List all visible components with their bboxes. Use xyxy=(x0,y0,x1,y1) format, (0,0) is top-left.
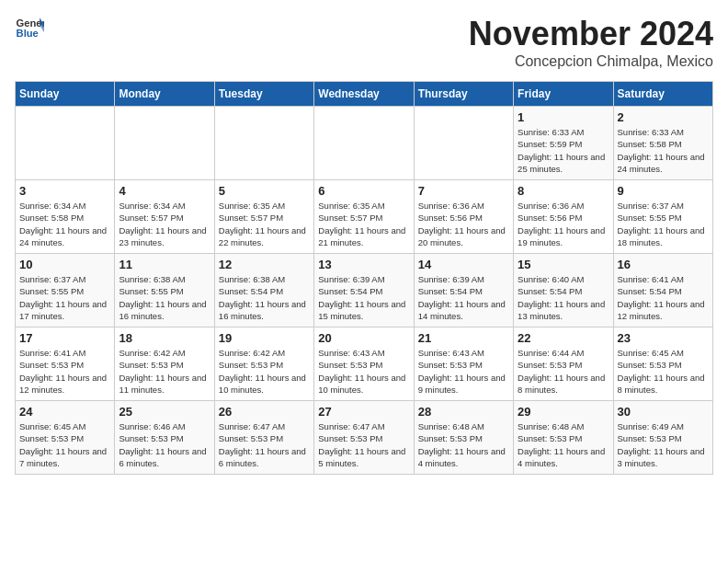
day-info: Sunrise: 6:41 AM Sunset: 5:53 PM Dayligh… xyxy=(19,347,110,396)
calendar-header-row: SundayMondayTuesdayWednesdayThursdayFrid… xyxy=(16,82,713,107)
day-number: 29 xyxy=(518,405,609,419)
calendar-cell xyxy=(16,107,115,180)
calendar-cell: 10Sunrise: 6:37 AM Sunset: 5:55 PM Dayli… xyxy=(16,254,115,327)
day-number: 2 xyxy=(618,110,709,124)
title-area: November 2024 Concepcion Chimalpa, Mexic… xyxy=(469,15,713,70)
day-info: Sunrise: 6:35 AM Sunset: 5:57 PM Dayligh… xyxy=(219,200,310,248)
day-number: 15 xyxy=(518,258,609,271)
day-number: 25 xyxy=(119,405,210,419)
day-number: 24 xyxy=(19,405,110,419)
calendar-cell: 8Sunrise: 6:36 AM Sunset: 5:56 PM Daylig… xyxy=(514,180,613,254)
day-number: 21 xyxy=(418,331,509,345)
day-info: Sunrise: 6:35 AM Sunset: 5:57 PM Dayligh… xyxy=(318,200,409,248)
week-row-3: 10Sunrise: 6:37 AM Sunset: 5:55 PM Dayli… xyxy=(16,254,713,327)
day-number: 16 xyxy=(618,258,709,271)
day-number: 27 xyxy=(318,405,409,419)
calendar-cell: 23Sunrise: 6:45 AM Sunset: 5:53 PM Dayli… xyxy=(613,327,712,401)
day-info: Sunrise: 6:47 AM Sunset: 5:53 PM Dayligh… xyxy=(318,420,409,469)
calendar-cell: 17Sunrise: 6:41 AM Sunset: 5:53 PM Dayli… xyxy=(16,327,115,401)
day-info: Sunrise: 6:34 AM Sunset: 5:57 PM Dayligh… xyxy=(119,200,210,248)
calendar-cell: 19Sunrise: 6:42 AM Sunset: 5:53 PM Dayli… xyxy=(214,327,313,401)
column-header-wednesday: Wednesday xyxy=(314,82,414,107)
day-info: Sunrise: 6:34 AM Sunset: 5:58 PM Dayligh… xyxy=(19,200,110,248)
day-info: Sunrise: 6:37 AM Sunset: 5:55 PM Dayligh… xyxy=(618,200,709,248)
calendar-cell xyxy=(115,107,214,180)
page-header: General Blue November 2024 Concepcion Ch… xyxy=(15,15,713,70)
day-number: 12 xyxy=(219,258,310,271)
calendar-cell xyxy=(314,107,414,180)
logo-icon: General Blue xyxy=(15,15,44,40)
day-number: 1 xyxy=(518,110,609,124)
day-info: Sunrise: 6:48 AM Sunset: 5:53 PM Dayligh… xyxy=(418,420,509,469)
day-number: 17 xyxy=(19,331,110,345)
calendar-cell: 15Sunrise: 6:40 AM Sunset: 5:54 PM Dayli… xyxy=(514,254,613,327)
column-header-friday: Friday xyxy=(514,82,613,107)
day-number: 14 xyxy=(418,258,509,271)
day-info: Sunrise: 6:47 AM Sunset: 5:53 PM Dayligh… xyxy=(219,420,310,469)
day-number: 18 xyxy=(119,331,210,345)
calendar-cell: 3Sunrise: 6:34 AM Sunset: 5:58 PM Daylig… xyxy=(16,180,115,254)
calendar-cell: 1Sunrise: 6:33 AM Sunset: 5:59 PM Daylig… xyxy=(514,107,613,180)
calendar-cell: 18Sunrise: 6:42 AM Sunset: 5:53 PM Dayli… xyxy=(115,327,214,401)
calendar-cell: 12Sunrise: 6:38 AM Sunset: 5:54 PM Dayli… xyxy=(214,254,313,327)
calendar-cell: 16Sunrise: 6:41 AM Sunset: 5:54 PM Dayli… xyxy=(613,254,712,327)
column-header-thursday: Thursday xyxy=(414,82,513,107)
day-info: Sunrise: 6:39 AM Sunset: 5:54 PM Dayligh… xyxy=(418,273,509,322)
day-number: 5 xyxy=(219,184,310,198)
week-row-2: 3Sunrise: 6:34 AM Sunset: 5:58 PM Daylig… xyxy=(16,180,713,254)
calendar-cell: 25Sunrise: 6:46 AM Sunset: 5:53 PM Dayli… xyxy=(115,401,214,475)
calendar-cell: 7Sunrise: 6:36 AM Sunset: 5:56 PM Daylig… xyxy=(414,180,513,254)
calendar-cell: 21Sunrise: 6:43 AM Sunset: 5:53 PM Dayli… xyxy=(414,327,513,401)
day-number: 7 xyxy=(418,184,509,198)
day-number: 22 xyxy=(518,331,609,345)
column-header-sunday: Sunday xyxy=(16,82,115,107)
column-header-tuesday: Tuesday xyxy=(214,82,313,107)
day-number: 3 xyxy=(19,184,110,198)
day-info: Sunrise: 6:40 AM Sunset: 5:54 PM Dayligh… xyxy=(518,273,609,322)
day-number: 13 xyxy=(318,258,409,271)
day-number: 8 xyxy=(518,184,609,198)
calendar-cell: 20Sunrise: 6:43 AM Sunset: 5:53 PM Dayli… xyxy=(314,327,414,401)
day-number: 26 xyxy=(219,405,310,419)
calendar-cell: 13Sunrise: 6:39 AM Sunset: 5:54 PM Dayli… xyxy=(314,254,414,327)
calendar-cell: 29Sunrise: 6:48 AM Sunset: 5:53 PM Dayli… xyxy=(514,401,613,475)
column-header-monday: Monday xyxy=(115,82,214,107)
day-number: 9 xyxy=(618,184,709,198)
day-number: 6 xyxy=(318,184,409,198)
day-info: Sunrise: 6:49 AM Sunset: 5:53 PM Dayligh… xyxy=(618,420,709,469)
svg-text:Blue: Blue xyxy=(17,28,39,39)
week-row-5: 24Sunrise: 6:45 AM Sunset: 5:53 PM Dayli… xyxy=(16,401,713,475)
day-number: 28 xyxy=(418,405,509,419)
calendar-cell xyxy=(414,107,513,180)
day-info: Sunrise: 6:36 AM Sunset: 5:56 PM Dayligh… xyxy=(518,200,609,248)
calendar-cell: 24Sunrise: 6:45 AM Sunset: 5:53 PM Dayli… xyxy=(16,401,115,475)
calendar-cell: 2Sunrise: 6:33 AM Sunset: 5:58 PM Daylig… xyxy=(613,107,712,180)
calendar-cell: 26Sunrise: 6:47 AM Sunset: 5:53 PM Dayli… xyxy=(214,401,313,475)
svg-marker-3 xyxy=(40,25,44,32)
day-info: Sunrise: 6:42 AM Sunset: 5:53 PM Dayligh… xyxy=(119,347,210,396)
day-info: Sunrise: 6:39 AM Sunset: 5:54 PM Dayligh… xyxy=(318,273,409,322)
day-info: Sunrise: 6:46 AM Sunset: 5:53 PM Dayligh… xyxy=(119,420,210,469)
calendar-cell: 28Sunrise: 6:48 AM Sunset: 5:53 PM Dayli… xyxy=(414,401,513,475)
calendar-cell: 30Sunrise: 6:49 AM Sunset: 5:53 PM Dayli… xyxy=(613,401,712,475)
calendar-cell: 14Sunrise: 6:39 AM Sunset: 5:54 PM Dayli… xyxy=(414,254,513,327)
day-info: Sunrise: 6:41 AM Sunset: 5:54 PM Dayligh… xyxy=(618,273,709,322)
day-info: Sunrise: 6:38 AM Sunset: 5:55 PM Dayligh… xyxy=(119,273,210,322)
day-number: 23 xyxy=(618,331,709,345)
calendar-table: SundayMondayTuesdayWednesdayThursdayFrid… xyxy=(15,81,713,475)
location: Concepcion Chimalpa, Mexico xyxy=(469,53,713,70)
column-header-saturday: Saturday xyxy=(613,82,712,107)
month-title: November 2024 xyxy=(469,15,713,53)
day-number: 4 xyxy=(119,184,210,198)
day-info: Sunrise: 6:42 AM Sunset: 5:53 PM Dayligh… xyxy=(219,347,310,396)
day-info: Sunrise: 6:36 AM Sunset: 5:56 PM Dayligh… xyxy=(418,200,509,248)
day-info: Sunrise: 6:38 AM Sunset: 5:54 PM Dayligh… xyxy=(219,273,310,322)
day-info: Sunrise: 6:45 AM Sunset: 5:53 PM Dayligh… xyxy=(19,420,110,469)
day-info: Sunrise: 6:44 AM Sunset: 5:53 PM Dayligh… xyxy=(518,347,609,396)
day-info: Sunrise: 6:37 AM Sunset: 5:55 PM Dayligh… xyxy=(19,273,110,322)
calendar-cell: 22Sunrise: 6:44 AM Sunset: 5:53 PM Dayli… xyxy=(514,327,613,401)
calendar-cell: 27Sunrise: 6:47 AM Sunset: 5:53 PM Dayli… xyxy=(314,401,414,475)
calendar-cell: 4Sunrise: 6:34 AM Sunset: 5:57 PM Daylig… xyxy=(115,180,214,254)
calendar-cell xyxy=(214,107,313,180)
calendar-cell: 6Sunrise: 6:35 AM Sunset: 5:57 PM Daylig… xyxy=(314,180,414,254)
